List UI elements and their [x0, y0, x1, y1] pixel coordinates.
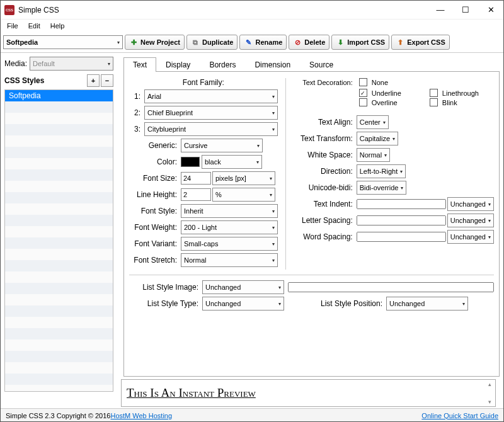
tab-display[interactable]: Display — [156, 57, 200, 72]
add-style-button[interactable]: + — [87, 74, 100, 87]
font-style-select[interactable]: Inherit▾ — [181, 204, 278, 218]
text-decoration-label: Text Decoration: — [294, 79, 357, 86]
minimize-button[interactable]: — — [428, 1, 453, 19]
text-align-select[interactable]: Center▾ — [357, 115, 389, 129]
maximize-button[interactable]: ☐ — [453, 1, 478, 19]
line-height-input[interactable] — [181, 188, 211, 201]
list-item[interactable]: Softpedia — [5, 90, 113, 101]
delete-button[interactable]: ⊘Delete — [289, 35, 329, 50]
font3-select[interactable]: Cityblueprint▾ — [144, 122, 278, 136]
blink-checkbox[interactable] — [430, 98, 438, 106]
menu-file[interactable]: File — [3, 21, 22, 31]
css-styles-label: CSS Styles — [4, 76, 86, 85]
text-indent-input[interactable] — [357, 199, 446, 209]
tab-borders[interactable]: Borders — [200, 57, 245, 72]
remove-style-button[interactable]: − — [101, 74, 113, 87]
export-icon: ⬆ — [396, 38, 404, 47]
white-space-select[interactable]: Normal▾ — [357, 148, 390, 162]
generic-select[interactable]: Cursive▾ — [181, 139, 263, 152]
duplicate-button[interactable]: ⧉Duplicate — [186, 35, 238, 50]
tabs: Text Display Borders Dimension Source — [123, 57, 500, 72]
quick-start-link[interactable]: Online Quick Start Guide — [421, 412, 498, 419]
rename-icon: ✎ — [244, 38, 253, 47]
titlebar: css Simple CSS — ☐ ✕ — [1, 1, 503, 20]
line-height-unit[interactable]: %▾ — [212, 188, 275, 202]
preview-text: This Is An Instant Preview — [127, 386, 256, 400]
import-icon: ⬇ — [336, 38, 345, 47]
text-indent-unit[interactable]: Unchanged▾ — [447, 197, 494, 211]
new-icon: ✚ — [129, 38, 138, 47]
word-spacing-input[interactable] — [357, 232, 446, 242]
direction-select[interactable]: Left-to-Right▾ — [357, 164, 406, 178]
none-checkbox[interactable] — [359, 78, 367, 86]
sidebar: Media: Default▾ CSS Styles + − Softpedia — [1, 53, 117, 407]
preview-pane: This Is An Instant Preview ▴▾ — [121, 379, 496, 407]
font2-select[interactable]: Chief Blueprint▾ — [144, 106, 278, 120]
color-select[interactable]: black▾ — [202, 155, 262, 169]
close-button[interactable]: ✕ — [478, 1, 503, 19]
hostm-link[interactable]: HostM Web Hosting — [110, 412, 172, 419]
font-size-input[interactable] — [181, 172, 211, 185]
list-type-select[interactable]: Unchanged▾ — [202, 297, 284, 311]
new-project-button[interactable]: ✚New Project — [125, 35, 185, 50]
letter-spacing-input[interactable] — [357, 215, 446, 225]
export-css-button[interactable]: ⬆Export CSS — [391, 35, 450, 50]
underline-checkbox[interactable]: ✓ — [359, 89, 367, 97]
letter-spacing-unit[interactable]: Unchanged▾ — [447, 214, 494, 227]
unicode-bidi-select[interactable]: Bidi-override▾ — [357, 181, 407, 195]
preview-scrollbar[interactable]: ▴▾ — [485, 381, 494, 405]
app-icon: css — [4, 5, 14, 15]
media-selector[interactable]: Default▾ — [30, 57, 113, 71]
text-transform-select[interactable]: Capitalize▾ — [357, 132, 398, 145]
list-image-select[interactable]: Unchanged▾ — [202, 280, 284, 294]
menu-edit[interactable]: Edit — [25, 21, 44, 31]
tab-source[interactable]: Source — [300, 57, 343, 72]
font-stretch-select[interactable]: Normal▾ — [181, 253, 278, 267]
list-image-input[interactable] — [288, 282, 494, 292]
font-variant-select[interactable]: Small-caps▾ — [181, 237, 278, 251]
media-label: Media: — [4, 59, 27, 68]
window-title: Simple CSS — [18, 6, 428, 14]
import-css-button[interactable]: ⬇Import CSS — [331, 35, 389, 50]
font-weight-select[interactable]: 200 - Light▾ — [181, 220, 278, 234]
tab-text[interactable]: Text — [123, 57, 156, 72]
word-spacing-unit[interactable]: Unchanged▾ — [447, 230, 494, 244]
toolbar: Softpedia▾ ✚New Project ⧉Duplicate ✎Rena… — [1, 32, 503, 53]
delete-icon: ⊘ — [293, 38, 302, 47]
project-selector[interactable]: Softpedia▾ — [3, 35, 123, 49]
menu-help[interactable]: Help — [47, 21, 69, 31]
font-size-unit[interactable]: pixels [px]▾ — [212, 171, 275, 185]
linethrough-checkbox[interactable] — [430, 89, 438, 97]
color-swatch[interactable] — [181, 157, 200, 167]
overline-checkbox[interactable] — [359, 98, 367, 106]
menubar: File Edit Help — [1, 20, 503, 32]
rename-button[interactable]: ✎Rename — [239, 35, 287, 50]
duplicate-icon: ⧉ — [191, 38, 200, 47]
styles-list[interactable]: Softpedia — [4, 89, 113, 392]
font1-select[interactable]: Arial▾ — [144, 89, 278, 103]
text-panel: Font Family: 1:Arial▾ 2:Chief Blueprint▾… — [123, 72, 500, 377]
tab-dimension[interactable]: Dimension — [245, 57, 300, 72]
list-position-select[interactable]: Unchanged▾ — [386, 297, 468, 311]
status-bar: Simple CSS 2.3 Copyright © 2016 HostM We… — [1, 408, 503, 422]
font-family-label: Font Family: — [129, 78, 278, 87]
